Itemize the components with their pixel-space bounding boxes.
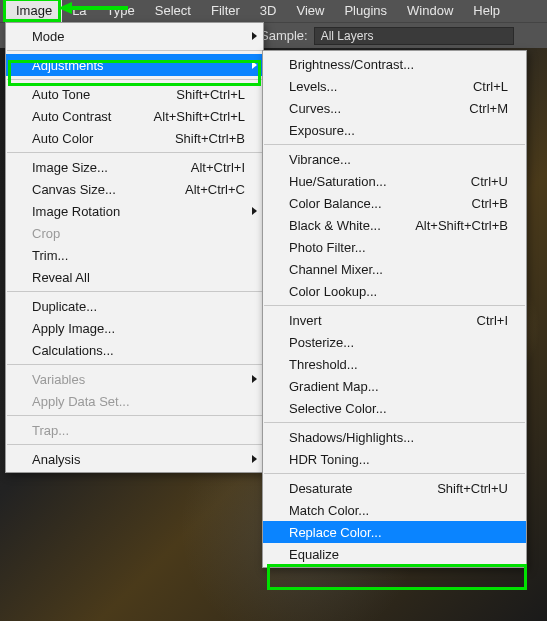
adjustments-submenu: Brightness/Contrast...Levels...Ctrl+LCur… <box>262 50 527 568</box>
menu-item-label: Shadows/Highlights... <box>289 429 508 446</box>
sample-label: Sample: <box>260 28 308 43</box>
menu-item-replace-color[interactable]: Replace Color... <box>263 521 526 543</box>
menu-item-label: Duplicate... <box>32 298 245 315</box>
menu-item-invert[interactable]: InvertCtrl+I <box>263 309 526 331</box>
menu-item-label: Color Lookup... <box>289 283 508 300</box>
menubar: ImageLaTypeSelectFilter3DViewPluginsWind… <box>0 0 547 22</box>
menu-item-label: Gradient Map... <box>289 378 508 395</box>
menu-item-auto-color[interactable]: Auto ColorShift+Ctrl+B <box>6 127 263 149</box>
menu-item-auto-tone[interactable]: Auto ToneShift+Ctrl+L <box>6 83 263 105</box>
menubar-item-select[interactable]: Select <box>145 0 201 22</box>
menu-item-vibrance[interactable]: Vibrance... <box>263 148 526 170</box>
menu-item-label: Image Rotation <box>32 203 245 220</box>
menu-item-shortcut: Shift+Ctrl+L <box>176 86 245 103</box>
menu-item-adjustments[interactable]: Adjustments <box>6 54 263 76</box>
menubar-item-window[interactable]: Window <box>397 0 463 22</box>
menu-item-shortcut: Alt+Ctrl+C <box>185 181 245 198</box>
chevron-right-icon <box>252 61 257 69</box>
menu-item-image-rotation[interactable]: Image Rotation <box>6 200 263 222</box>
menu-item-levels[interactable]: Levels...Ctrl+L <box>263 75 526 97</box>
menu-item-shortcut: Ctrl+L <box>473 78 508 95</box>
menu-item-trim[interactable]: Trim... <box>6 244 263 266</box>
menu-item-label: Apply Data Set... <box>32 393 245 410</box>
menubar-item-3d[interactable]: 3D <box>250 0 287 22</box>
menu-item-match-color[interactable]: Match Color... <box>263 499 526 521</box>
menu-separator <box>7 415 262 416</box>
menu-item-label: Levels... <box>289 78 457 95</box>
menu-item-label: Crop <box>32 225 245 242</box>
menu-item-apply-data-set: Apply Data Set... <box>6 390 263 412</box>
menu-item-label: Analysis <box>32 451 245 468</box>
menu-item-shortcut: Ctrl+I <box>477 312 508 329</box>
menu-item-label: Vibrance... <box>289 151 508 168</box>
menu-item-photo-filter[interactable]: Photo Filter... <box>263 236 526 258</box>
menu-separator <box>7 291 262 292</box>
menu-item-color-balance[interactable]: Color Balance...Ctrl+B <box>263 192 526 214</box>
sample-dropdown[interactable]: All Layers <box>314 27 514 45</box>
menubar-item-image[interactable]: Image <box>6 0 62 22</box>
menu-item-mode[interactable]: Mode <box>6 25 263 47</box>
menu-item-desaturate[interactable]: DesaturateShift+Ctrl+U <box>263 477 526 499</box>
menu-item-label: Image Size... <box>32 159 175 176</box>
menubar-item-filter[interactable]: Filter <box>201 0 250 22</box>
menu-item-shortcut: Ctrl+U <box>471 173 508 190</box>
menu-item-apply-image[interactable]: Apply Image... <box>6 317 263 339</box>
menu-separator <box>7 79 262 80</box>
menubar-item-type[interactable]: Type <box>97 0 145 22</box>
menu-item-label: Trap... <box>32 422 245 439</box>
menu-item-brightness-contrast[interactable]: Brightness/Contrast... <box>263 53 526 75</box>
menubar-item-view[interactable]: View <box>286 0 334 22</box>
menu-item-posterize[interactable]: Posterize... <box>263 331 526 353</box>
menu-separator <box>264 144 525 145</box>
menubar-item-help[interactable]: Help <box>463 0 510 22</box>
menu-item-label: Threshold... <box>289 356 508 373</box>
menu-item-duplicate[interactable]: Duplicate... <box>6 295 263 317</box>
menu-separator <box>264 305 525 306</box>
menu-item-label: Exposure... <box>289 122 508 139</box>
menu-separator <box>264 422 525 423</box>
menu-item-curves[interactable]: Curves...Ctrl+M <box>263 97 526 119</box>
menu-item-crop: Crop <box>6 222 263 244</box>
chevron-right-icon <box>252 32 257 40</box>
menu-item-label: Desaturate <box>289 480 421 497</box>
menu-separator <box>7 50 262 51</box>
menu-item-label: Calculations... <box>32 342 245 359</box>
menu-item-black-white[interactable]: Black & White...Alt+Shift+Ctrl+B <box>263 214 526 236</box>
menu-separator <box>7 444 262 445</box>
menu-item-image-size[interactable]: Image Size...Alt+Ctrl+I <box>6 156 263 178</box>
menu-item-shortcut: Shift+Ctrl+B <box>175 130 245 147</box>
menu-item-gradient-map[interactable]: Gradient Map... <box>263 375 526 397</box>
menubar-item-la[interactable]: La <box>62 0 96 22</box>
menu-item-label: Equalize <box>289 546 508 563</box>
menu-item-label: Mode <box>32 28 245 45</box>
menu-item-label: Black & White... <box>289 217 399 234</box>
menu-item-variables: Variables <box>6 368 263 390</box>
menu-item-analysis[interactable]: Analysis <box>6 448 263 470</box>
menu-item-color-lookup[interactable]: Color Lookup... <box>263 280 526 302</box>
menubar-item-plugins[interactable]: Plugins <box>334 0 397 22</box>
menu-item-canvas-size[interactable]: Canvas Size...Alt+Ctrl+C <box>6 178 263 200</box>
menu-item-calculations[interactable]: Calculations... <box>6 339 263 361</box>
menu-item-shortcut: Ctrl+B <box>472 195 508 212</box>
menu-item-shortcut: Shift+Ctrl+U <box>437 480 508 497</box>
menu-item-selective-color[interactable]: Selective Color... <box>263 397 526 419</box>
menu-item-label: Auto Tone <box>32 86 160 103</box>
menu-item-reveal-all[interactable]: Reveal All <box>6 266 263 288</box>
menu-item-auto-contrast[interactable]: Auto ContrastAlt+Shift+Ctrl+L <box>6 105 263 127</box>
menu-item-channel-mixer[interactable]: Channel Mixer... <box>263 258 526 280</box>
menu-item-hue-saturation[interactable]: Hue/Saturation...Ctrl+U <box>263 170 526 192</box>
menu-item-label: Replace Color... <box>289 524 508 541</box>
menu-item-label: Auto Contrast <box>32 108 138 125</box>
menu-item-label: Channel Mixer... <box>289 261 508 278</box>
menu-item-shadows-highlights[interactable]: Shadows/Highlights... <box>263 426 526 448</box>
menu-item-label: Reveal All <box>32 269 245 286</box>
chevron-right-icon <box>252 375 257 383</box>
menu-item-hdr-toning[interactable]: HDR Toning... <box>263 448 526 470</box>
menu-item-label: Invert <box>289 312 461 329</box>
menu-item-equalize[interactable]: Equalize <box>263 543 526 565</box>
menu-item-label: HDR Toning... <box>289 451 508 468</box>
menu-item-label: Trim... <box>32 247 245 264</box>
menu-separator <box>7 152 262 153</box>
menu-item-exposure[interactable]: Exposure... <box>263 119 526 141</box>
menu-item-threshold[interactable]: Threshold... <box>263 353 526 375</box>
